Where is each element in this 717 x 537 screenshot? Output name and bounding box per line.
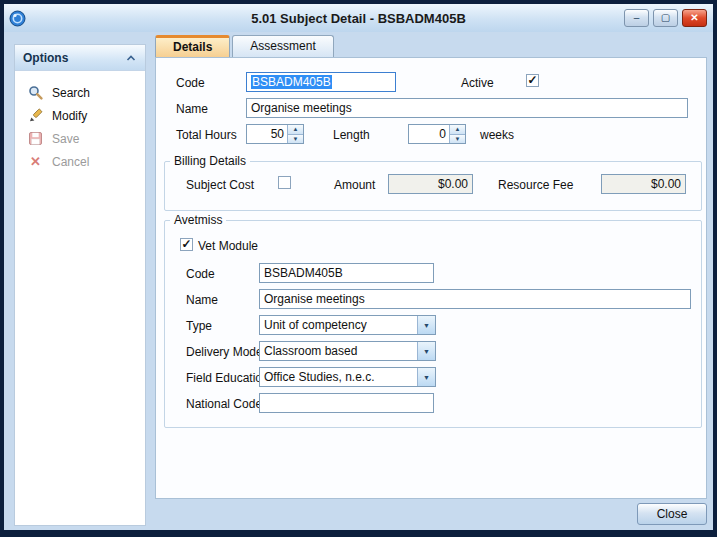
cancel-x-icon: ✕: [28, 154, 43, 169]
subject-cost-checkbox[interactable]: [278, 176, 291, 189]
options-items: Search Modify: [15, 71, 145, 173]
name-input-text: Organise meetings: [251, 101, 352, 115]
avetmiss-group-label: Avetmiss: [170, 213, 226, 227]
resource-fee-input: $0.00: [601, 174, 686, 194]
spin-up-icon[interactable]: [450, 125, 465, 135]
options-panel: Options Search: [14, 44, 146, 526]
dropdown-arrow-icon[interactable]: [417, 342, 435, 360]
amount-value: $0.00: [438, 177, 468, 191]
dropdown-arrow-icon[interactable]: [417, 368, 435, 386]
total-hours-value: 50: [247, 125, 287, 143]
code-label: Code: [176, 76, 205, 90]
field-education-label: Field Education: [186, 371, 269, 385]
type-dropdown[interactable]: Unit of competency: [259, 315, 436, 335]
spin-buttons: [449, 125, 465, 143]
sidebar-item-search[interactable]: Search: [15, 81, 145, 104]
spin-down-icon[interactable]: [450, 135, 465, 144]
sidebar-item-cancel[interactable]: ✕ Cancel: [15, 150, 145, 173]
search-icon: [28, 85, 43, 100]
delivery-mode-value: Classroom based: [260, 342, 417, 360]
window-title: 5.01 Subject Detail - BSBADM405B: [4, 11, 713, 26]
avetmiss-code-text: BSBADM405B: [264, 266, 343, 280]
window-controls: – ▢ ✕: [624, 9, 707, 27]
avetmiss-name-text: Organise meetings: [264, 292, 365, 306]
name-input[interactable]: Organise meetings: [246, 98, 688, 118]
sidebar-item-label: Search: [52, 86, 90, 100]
options-header-label: Options: [23, 51, 68, 65]
dialog-window: 5.01 Subject Detail - BSBADM405B – ▢ ✕ O…: [0, 0, 717, 537]
total-hours-stepper[interactable]: 50: [246, 124, 304, 144]
spin-up-icon[interactable]: [288, 125, 303, 135]
details-tab-panel: Code BSBADM405B Active Name Organise mee…: [155, 57, 707, 499]
close-button[interactable]: Close: [637, 503, 707, 525]
type-value: Unit of competency: [260, 316, 417, 334]
name-label: Name: [176, 102, 208, 116]
national-code-input[interactable]: [259, 393, 434, 413]
options-header[interactable]: Options: [15, 45, 145, 71]
type-label: Type: [186, 319, 212, 333]
field-education-value: Office Studies, n.e.c.: [260, 368, 417, 386]
close-window-button[interactable]: ✕: [682, 9, 707, 27]
avetmiss-code-label: Code: [186, 267, 215, 281]
sidebar-item-label: Modify: [52, 109, 87, 123]
field-education-dropdown[interactable]: Office Studies, n.e.c.: [259, 367, 436, 387]
sidebar-item-label: Save: [52, 132, 79, 146]
code-input-selected-text: BSBADM405B: [251, 75, 332, 89]
amount-input: $0.00: [388, 174, 473, 194]
spin-down-icon[interactable]: [288, 135, 303, 144]
dropdown-arrow-icon[interactable]: [417, 316, 435, 334]
sidebar-item-save[interactable]: Save: [15, 127, 145, 150]
delivery-mode-dropdown[interactable]: Classroom based: [259, 341, 436, 361]
save-icon: [28, 131, 43, 146]
avetmiss-code-input[interactable]: BSBADM405B: [259, 263, 434, 283]
length-unit-label: weeks: [480, 128, 514, 142]
vet-module-label: Vet Module: [198, 239, 258, 253]
spin-buttons: [287, 125, 303, 143]
code-input[interactable]: BSBADM405B: [246, 72, 396, 92]
tab-details[interactable]: Details: [155, 35, 230, 57]
resource-fee-value: $0.00: [651, 177, 681, 191]
sidebar-item-modify[interactable]: Modify: [15, 104, 145, 127]
delivery-mode-label: Delivery Mode: [186, 345, 263, 359]
vet-module-checkbox[interactable]: [180, 238, 193, 251]
tab-assessment[interactable]: Assessment: [232, 35, 333, 57]
collapse-chevron-icon[interactable]: [125, 53, 137, 63]
total-hours-label: Total Hours: [176, 128, 237, 142]
length-stepper[interactable]: 0: [408, 124, 466, 144]
titlebar[interactable]: 5.01 Subject Detail - BSBADM405B – ▢ ✕: [4, 4, 713, 32]
avetmiss-name-input[interactable]: Organise meetings: [259, 289, 691, 309]
sidebar-item-label: Cancel: [52, 155, 89, 169]
avetmiss-name-label: Name: [186, 293, 218, 307]
minimize-button[interactable]: –: [624, 9, 649, 27]
national-code-label: National Code: [186, 397, 262, 411]
amount-label: Amount: [334, 178, 375, 192]
billing-details-group-label: Billing Details: [170, 154, 250, 168]
maximize-button[interactable]: ▢: [653, 9, 678, 27]
resource-fee-label: Resource Fee: [498, 178, 573, 192]
subject-cost-label: Subject Cost: [186, 178, 254, 192]
length-label: Length: [333, 128, 370, 142]
pencil-icon: [28, 108, 43, 123]
active-checkbox[interactable]: [526, 74, 539, 87]
tab-strip: Details Assessment: [155, 35, 334, 57]
active-label: Active: [461, 76, 494, 90]
length-value: 0: [409, 125, 449, 143]
